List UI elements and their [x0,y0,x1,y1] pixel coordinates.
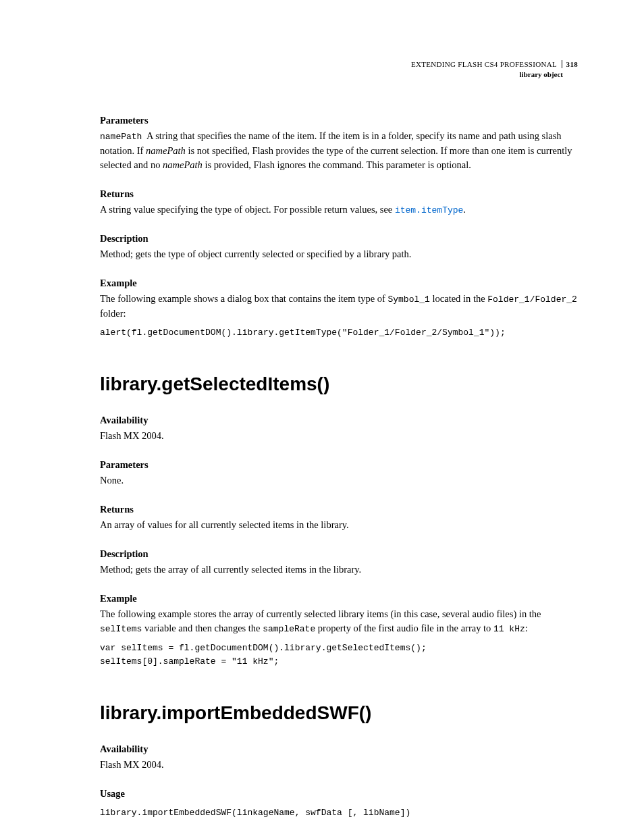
description-heading: Description [100,547,578,561]
example-text-b: variable and then changes the [142,623,263,633]
availability-heading: Availability [100,742,578,756]
example-mono-1: selItems [100,624,142,634]
example-code-block: var selItems = fl.getDocumentDOM().libra… [100,642,578,669]
example-text-c: property of the first audio file in the … [315,623,493,633]
returns-text-b: . [463,204,466,215]
parameters-heading: Parameters [100,113,578,128]
method-heading-importembeddedswf: library.importEmbeddedSWF() [100,700,578,727]
example-mono-1: Symbol_1 [387,294,429,305]
availability-text: Flash MX 2004. [100,429,578,443]
param-name: namePath [100,132,142,142]
example-text-a: The following example shows a dialog box… [100,293,387,304]
example-text-c: folder: [100,308,126,319]
usage-code-block: library.importEmbeddedSWF(linkageName, s… [100,806,578,820]
returns-link[interactable]: item.itemType [395,205,463,215]
param-italic-2: namePath [163,159,203,170]
example-mono-2: sampleRate [263,624,315,634]
example-text-b: located in the [430,293,487,304]
returns-heading: Returns [100,187,578,201]
page-header: EXTENDING FLASH CS4 PROFESSIONAL 318 lib… [100,59,578,80]
returns-text: A string value specifying the type of ob… [100,203,578,217]
returns-heading: Returns [100,502,578,517]
example-text: The following example shows a dialog box… [100,292,578,321]
availability-text: Flash MX 2004. [100,758,578,772]
usage-heading: Usage [100,787,578,801]
parameters-heading: Parameters [100,458,578,472]
description-text: Method; gets the type of object currentl… [100,247,578,261]
example-text: The following example stores the array o… [100,607,578,636]
example-text-a: The following example stores the array o… [100,608,541,619]
header-section-title: library object [100,70,578,80]
param-italic-1: namePath [146,145,186,156]
description-heading: Description [100,232,578,246]
header-page-number: 318 [562,60,578,68]
availability-heading: Availability [100,413,578,427]
example-mono-3: 11 kHz [493,624,525,634]
parameters-text: None. [100,473,578,488]
example-code-block: alert(fl.getDocumentDOM().library.getIte… [100,326,578,340]
example-heading: Example [100,592,578,606]
header-book-title: EXTENDING FLASH CS4 PROFESSIONAL [411,60,556,68]
parameters-text: namePath A string that specifies the nam… [100,129,578,172]
returns-text: An array of values for all currently sel… [100,518,578,532]
returns-text-a: A string value specifying the type of ob… [100,204,395,215]
example-mono-2: Folder_1/Folder_2 [487,294,577,305]
example-heading: Example [100,276,578,290]
method-heading-getselecteditems: library.getSelectedItems() [100,371,578,398]
description-text: Method; gets the array of all currently … [100,563,578,577]
param-desc-c: is provided, Flash ignores the command. … [203,159,471,170]
example-text-d: : [525,623,528,633]
